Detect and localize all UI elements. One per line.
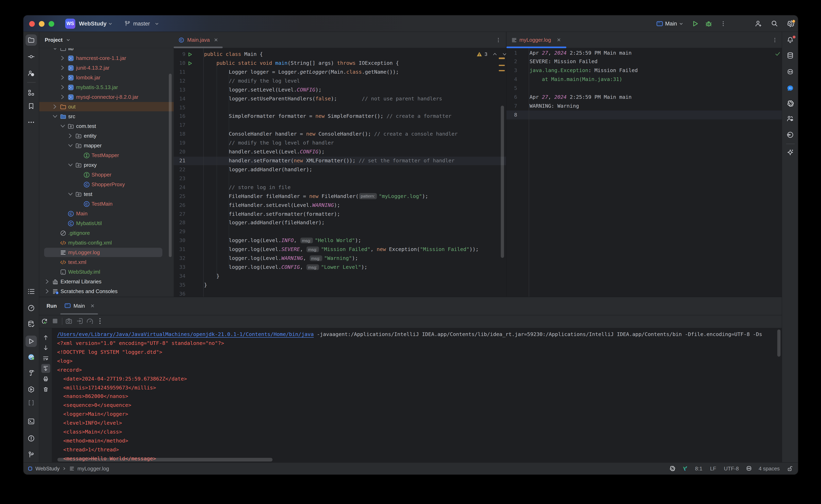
tree-chevron-right-icon[interactable] <box>44 279 50 285</box>
tree-item-test[interactable]: test <box>39 189 174 199</box>
code-with-me-add-icon[interactable] <box>755 15 762 32</box>
project-logo[interactable]: WS <box>65 18 75 29</box>
tree-item-com-test[interactable]: com.test <box>39 121 174 131</box>
tree-chevron-right-icon[interactable] <box>44 288 50 294</box>
console-up-button[interactable] <box>41 333 50 342</box>
tree-item-mybatisutil[interactable]: CMybatisUtil <box>39 218 174 228</box>
ai-assistant-tool-button[interactable] <box>785 147 796 158</box>
close-window-button[interactable] <box>29 21 35 27</box>
project-view-mode[interactable]: Project <box>45 32 63 48</box>
tree-item-junit-4-13-2-jar[interactable]: junit-4.13.2.jar <box>39 63 174 73</box>
tab-main-java-close-icon[interactable] <box>214 32 218 48</box>
status-project-widget[interactable]: WebStudy <box>28 466 60 472</box>
tree-chevron-right-icon[interactable] <box>52 104 58 110</box>
lock-open-icon[interactable] <box>787 466 793 472</box>
database-check-tool-button[interactable] <box>26 318 37 329</box>
project-scrollbar[interactable] <box>169 74 172 257</box>
console-rerun-button[interactable] <box>40 316 49 326</box>
structure-tool-button[interactable] <box>26 87 37 98</box>
services-tool-button[interactable] <box>26 384 37 395</box>
tree-chevron-down-icon[interactable] <box>67 142 73 149</box>
tree-item-main[interactable]: CMain <box>39 209 174 218</box>
history-tool-button[interactable] <box>785 129 796 140</box>
tree-chevron-right-icon[interactable] <box>60 94 66 100</box>
tree-chevron-down-icon[interactable] <box>52 113 58 119</box>
tree-item-mybatis-config-xml[interactable]: mybatis-config.xml <box>39 238 174 248</box>
run-console[interactable]: /Users/eve/Library/Java/JavaVirtualMachi… <box>39 328 782 463</box>
problems-tool-button[interactable] <box>26 433 37 444</box>
console-more-button[interactable] <box>95 316 105 326</box>
tree-item-webstudy-iml[interactable]: WebStudy.iml <box>39 267 174 277</box>
console-dump-threads-button[interactable] <box>75 316 84 326</box>
project-folder-tool-button[interactable] <box>26 34 37 46</box>
run-line-icon[interactable] <box>187 52 192 57</box>
tree-item-mylogger-log[interactable]: myLogger.log <box>39 248 174 257</box>
tree-item-mapper[interactable]: mapper <box>39 141 174 150</box>
copilot-tool-button[interactable] <box>785 66 796 77</box>
tree-item-external-libraries[interactable]: External Libraries <box>39 277 174 286</box>
tree-item-lombok-jar[interactable]: lombok.jar <box>39 73 174 82</box>
terminal-tool-button[interactable] <box>26 416 37 427</box>
debug-button[interactable] <box>705 15 713 32</box>
branch-chevron-icon[interactable] <box>155 15 159 32</box>
run-tab-close-icon[interactable] <box>90 297 95 314</box>
project-name[interactable]: WebStudy <box>79 15 106 32</box>
version-control-tool-button[interactable] <box>26 449 37 460</box>
more-actions-icon[interactable] <box>720 15 726 32</box>
tree-item-testmain[interactable]: CTestMain <box>39 199 174 209</box>
tree-chevron-down-icon[interactable] <box>67 162 73 168</box>
console-down-button[interactable] <box>41 343 50 352</box>
tree-item-mybatis-3-5-13-jar[interactable]: mybatis-3.5.13.jar <box>39 82 174 92</box>
ai-chat-tool-button[interactable] <box>785 82 796 94</box>
notifications-tool-button[interactable] <box>785 34 796 46</box>
more-tools-tool-button[interactable] <box>26 116 37 128</box>
console-scroll-to-end-button[interactable] <box>41 364 50 373</box>
right-editor-options-icon[interactable] <box>772 37 777 43</box>
tab-mylogger-log[interactable]: myLogger.log <box>519 32 551 48</box>
left-editor[interactable]: 9101112131415161718192021222324252627282… <box>174 48 506 297</box>
git-branch-icon[interactable] <box>124 15 131 32</box>
zoom-window-button[interactable] <box>49 21 54 27</box>
v-plugin-status-icon[interactable] <box>682 466 688 472</box>
tree-chevron-right-icon[interactable] <box>60 65 66 71</box>
run-config-icon[interactable] <box>656 15 663 32</box>
tab-main-java[interactable]: Main.java <box>187 32 210 48</box>
tree-item-entity[interactable]: entity <box>39 131 174 141</box>
next-problem-icon[interactable] <box>502 52 506 56</box>
bookmarks-tool-button[interactable] <box>26 100 37 112</box>
tree-chevron-right-icon[interactable] <box>67 133 73 139</box>
file-encoding[interactable]: UTF-8 <box>724 466 739 472</box>
build-tool-button[interactable] <box>26 367 37 379</box>
console-vscrollbar[interactable] <box>777 329 781 356</box>
run-tab-main[interactable]: Main <box>73 297 85 314</box>
minimize-window-button[interactable] <box>39 21 45 27</box>
console-stop-button[interactable] <box>50 316 60 326</box>
console-clear-button[interactable] <box>41 385 50 394</box>
python-console-tool-button[interactable] <box>26 397 37 408</box>
run-line-icon[interactable] <box>187 61 192 66</box>
code-with-me-tool-button[interactable] <box>785 113 796 124</box>
tree-item-shopper[interactable]: Shopper <box>39 170 174 180</box>
search-everywhere-icon[interactable] <box>771 15 778 32</box>
commit-tool-button[interactable] <box>26 51 37 62</box>
console-profiler-gauge-button[interactable] <box>85 316 95 326</box>
profiler-tool-button[interactable] <box>26 302 37 314</box>
console-soft-wrap-button[interactable] <box>41 354 50 363</box>
run-button[interactable] <box>691 15 699 32</box>
settings-gear-icon[interactable] <box>787 15 795 32</box>
run-config-chevron-icon[interactable] <box>679 15 683 32</box>
tree-item-shopperproxy[interactable]: CShopperProxy <box>39 180 174 189</box>
project-chevron-icon[interactable] <box>108 15 113 32</box>
run-tool-button[interactable] <box>26 335 37 347</box>
tab-mylogger-log-close-icon[interactable] <box>556 32 561 48</box>
prev-problem-icon[interactable] <box>492 52 497 56</box>
tree-chevron-right-icon[interactable] <box>60 84 66 90</box>
project-view-chevron-icon[interactable] <box>66 38 70 42</box>
chatgpt-status-icon[interactable] <box>669 466 675 472</box>
tree-chevron-right-icon[interactable] <box>60 55 66 61</box>
tree-item-out[interactable]: out <box>39 102 174 112</box>
line-ending[interactable]: LF <box>710 466 716 472</box>
tree-item-mysql-connector-j-8-2-0-jar[interactable]: mysql-connector-j-8.2.0.jar <box>39 92 174 102</box>
caret-position[interactable]: 8:1 <box>695 466 702 472</box>
status-file-widget[interactable]: myLogger.log <box>69 466 109 472</box>
